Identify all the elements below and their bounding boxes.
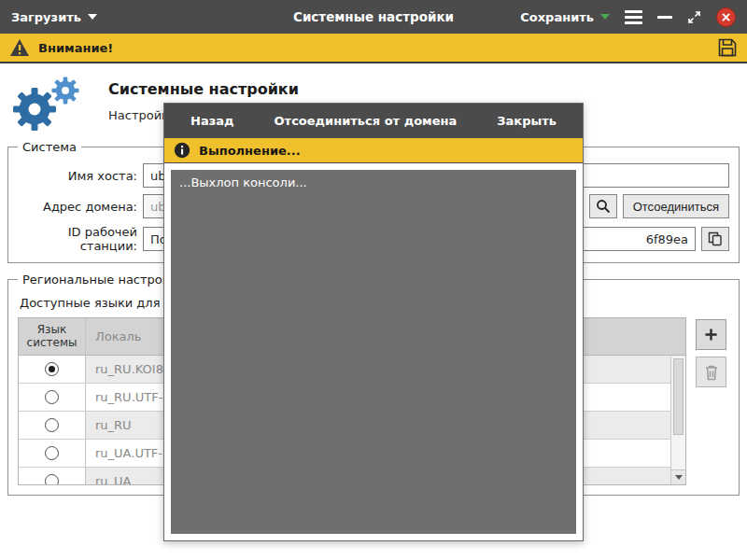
dialog-status-bar: Выполнение... <box>164 138 583 163</box>
scrollbar-down-button[interactable] <box>671 469 685 484</box>
save-menu-label: Сохранить <box>520 10 594 24</box>
arrow-down-icon <box>675 475 683 480</box>
status-text: Выполнение... <box>199 144 301 158</box>
language-radio-cell[interactable] <box>19 356 86 383</box>
gears-icon <box>9 73 92 134</box>
system-group-legend: Система <box>18 140 81 154</box>
column-header-system-language: Язык системы <box>19 318 86 355</box>
system-language-radio[interactable] <box>45 446 59 460</box>
copy-button[interactable] <box>701 227 729 251</box>
hostname-label: Имя хоста: <box>18 169 137 183</box>
dialog-header: Назад Отсоединиться от домена Закрыть <box>164 104 583 138</box>
load-menu-button[interactable]: Загрузить <box>11 10 97 24</box>
system-language-radio[interactable] <box>45 390 59 404</box>
copy-icon <box>708 231 723 246</box>
window-title: Системные настройки <box>293 9 454 24</box>
search-domain-button[interactable] <box>589 194 617 218</box>
disconnect-button[interactable]: Отсоединиться <box>623 194 729 218</box>
language-radio-cell[interactable] <box>19 412 86 439</box>
console-text: ...Выхлоп консоли... <box>179 175 307 189</box>
expand-icon[interactable] <box>687 10 701 24</box>
delete-language-button[interactable] <box>696 357 726 387</box>
trash-icon <box>704 364 719 381</box>
info-icon <box>174 142 190 159</box>
close-dialog-button[interactable]: Закрыть <box>497 114 557 128</box>
search-icon <box>596 199 611 214</box>
console-output: ...Выхлоп консоли... <box>171 170 576 534</box>
system-settings-app: { "titlebar": { "load": "Загрузить", "ti… <box>0 0 747 560</box>
save-menu-button[interactable]: Сохранить <box>520 10 610 24</box>
add-language-button[interactable] <box>696 319 726 350</box>
disconnect-button-label: Отсоединиться <box>633 200 719 214</box>
chevron-down-icon <box>88 14 97 20</box>
hamburger-menu-icon[interactable] <box>625 10 642 24</box>
page-title: Системные настройки <box>108 80 299 98</box>
titlebar: Загрузить Системные настройки Сохранить … <box>0 0 747 34</box>
console-dialog: Назад Отсоединиться от домена Закрыть Вы… <box>163 103 584 541</box>
system-language-radio[interactable] <box>45 362 59 376</box>
table-scrollbar[interactable] <box>670 357 685 484</box>
system-language-radio[interactable] <box>45 474 59 485</box>
scrollbar-thumb[interactable] <box>673 358 684 435</box>
back-button[interactable]: Назад <box>190 114 233 128</box>
minimize-icon[interactable] <box>657 16 672 19</box>
workstation-id-value-end: 6f89ea <box>646 232 688 246</box>
plus-icon <box>704 328 718 342</box>
language-radio-cell[interactable] <box>19 384 86 411</box>
warning-bar: Внимание! <box>0 34 747 63</box>
dialog-title: Отсоединиться от домена <box>275 114 458 128</box>
save-file-icon[interactable] <box>717 37 738 58</box>
workstation-id-label: ID рабочей станции: <box>18 225 137 253</box>
chevron-down-icon <box>600 14 610 20</box>
domain-label: Адрес домена: <box>18 200 137 214</box>
language-radio-cell[interactable] <box>19 440 86 467</box>
close-window-icon[interactable]: × <box>716 7 736 27</box>
language-radio-cell[interactable] <box>19 468 86 485</box>
system-language-radio[interactable] <box>45 418 59 432</box>
warning-text: Внимание! <box>38 41 113 55</box>
load-menu-label: Загрузить <box>11 10 81 24</box>
warning-triangle-icon <box>9 38 30 57</box>
